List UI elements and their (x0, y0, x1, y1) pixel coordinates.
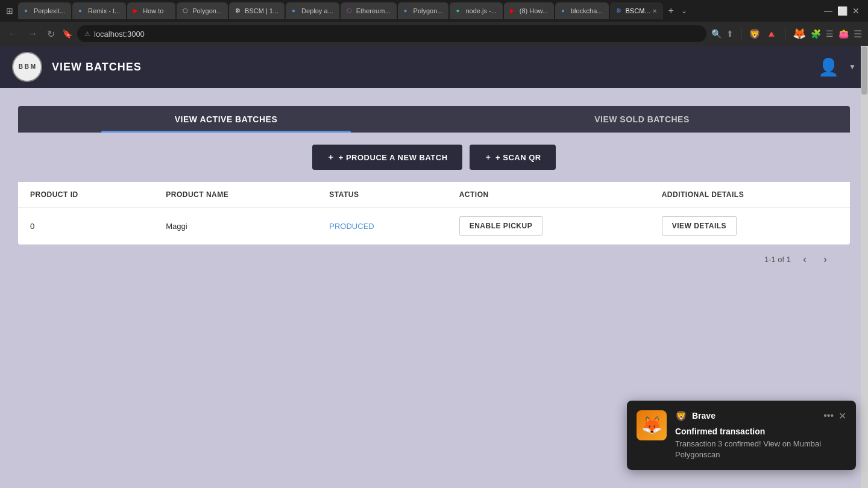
tab-label-nodejs: node.js -... (465, 7, 496, 14)
tab-deploy[interactable]: ● Deploy a... (286, 2, 339, 19)
notification-fox-icon: 🦊 (637, 410, 667, 440)
enable-pickup-button[interactable]: ENABLE PICKUP (459, 216, 543, 236)
cell-status: PRODUCED (317, 208, 447, 245)
tab-ethereum[interactable]: ⬡ Ethereum... (341, 2, 397, 19)
tab-label-remix: Remix - t... (88, 7, 120, 14)
pagination-info: 1-1 of 1 (764, 255, 791, 264)
tab-close-bscm2[interactable]: ✕ (652, 8, 657, 14)
notification-close-button[interactable]: ✕ (838, 410, 846, 422)
col-status: STATUS (317, 182, 447, 208)
tab-label-howto: How to (143, 7, 163, 14)
sidebar-button[interactable]: ☰ (826, 29, 834, 39)
tab-favicon-bscm1: ⚙ (235, 7, 242, 14)
notification-header: 🦁 Brave ••• ✕ (675, 410, 846, 422)
user-dropdown-arrow[interactable]: ▼ (849, 63, 856, 71)
tab-view-active-batches[interactable]: VIEW ACTIVE BATCHES (18, 106, 434, 133)
cell-details: VIEW DETAILS (650, 208, 850, 245)
tab-label-bscm2: BSCM... (626, 7, 650, 14)
forward-button[interactable]: → (25, 26, 40, 42)
app-header: B B M VIEW BATCHES 👤 ▼ (0, 46, 868, 88)
tab-nodejs[interactable]: ● node.js -... (450, 2, 502, 19)
scrollbar-thumb[interactable] (861, 46, 867, 95)
produce-icon: ＋ (327, 152, 335, 163)
new-tab-button[interactable]: + (664, 5, 677, 16)
bat-icon[interactable]: 🔺 (766, 28, 778, 40)
view-details-button[interactable]: VIEW DETAILS (662, 216, 737, 236)
minimize-button[interactable]: — (824, 6, 832, 16)
metamask-icon[interactable]: 🦊 (793, 27, 806, 40)
address-display: localhost:3000 (94, 30, 699, 39)
next-page-button[interactable]: › (819, 251, 832, 268)
produce-new-batch-button[interactable]: ＋ + PRODUCE A NEW BATCH (312, 145, 462, 170)
user-avatar[interactable]: 👤 (818, 57, 839, 77)
batch-tabs: VIEW ACTIVE BATCHES VIEW SOLD BATCHES (18, 106, 850, 133)
brave-shield-icon[interactable]: 🦁 (749, 28, 761, 40)
tab-label-ethereum: Ethereum... (356, 7, 391, 14)
tab-favicon-blockchain: ● (561, 7, 568, 14)
wallet-button[interactable]: 👛 (838, 29, 849, 39)
security-icon: ⚠ (84, 30, 90, 38)
main-content: VIEW ACTIVE BATCHES VIEW SOLD BATCHES ＋ … (0, 88, 868, 274)
tab-overflow-button[interactable]: ⌄ (679, 7, 690, 15)
tab-label-8how: (8) How... (520, 7, 548, 14)
toolbar-divider (741, 28, 741, 40)
reload-button[interactable]: ↻ (45, 26, 57, 42)
tab-bscm2-active[interactable]: ⚙ BSCM... ✕ (610, 2, 664, 19)
tab-label-deploy: Deploy a... (301, 7, 333, 14)
app-area: B B M VIEW BATCHES 👤 ▼ VIEW ACTIVE BATCH… (0, 46, 868, 488)
tab-bar: ⊞ ● Perplexit... ● Remix - t... ▶ How to… (0, 0, 868, 22)
scan-icon: ＋ (484, 152, 492, 163)
notification-menu-button[interactable]: ••• (823, 410, 834, 421)
tab-favicon-nodejs: ● (456, 7, 463, 14)
tab-favicon-polygon1: ⬡ (183, 7, 190, 14)
notification-message: Transaction 3 confirmed! View on Mumbai … (675, 439, 846, 460)
tab-remix[interactable]: ● Remix - t... (72, 2, 126, 19)
table-row: 0 Maggi PRODUCED ENABLE PICKUP VIEW DETA… (18, 208, 850, 245)
address-bar: ← → ↻ 🔖 ⚠ localhost:3000 🔍 ⬆ 🦁 🔺 🦊 🧩 ☰ 👛… (0, 22, 868, 46)
tab-label-polygon2: Polygon... (414, 7, 443, 14)
tab-perplexity[interactable]: ● Perplexit... (18, 2, 71, 19)
tab-bscm1[interactable]: ⚙ BSCM | 1... (229, 2, 285, 19)
brave-notification-icon: 🦁 (675, 410, 687, 422)
logo: B B M (12, 52, 42, 82)
col-action: ACTION (447, 182, 650, 208)
bookmark-button[interactable]: 🔖 (62, 29, 72, 39)
tab-blockchain[interactable]: ● blockcha... (555, 2, 609, 19)
address-input-container[interactable]: ⚠ localhost:3000 (77, 25, 706, 42)
notification-toast: 🦊 🦁 Brave ••• ✕ Confirmed transaction Tr… (627, 401, 856, 470)
tab-8how[interactable]: ▶ (8) How... (504, 2, 554, 19)
share-button[interactable]: ⬆ (726, 29, 734, 39)
tab-favicon-howto: ▶ (133, 7, 140, 14)
tab-label-bscm1: BSCM | 1... (245, 7, 278, 14)
browser-menu-button[interactable]: ☰ (854, 28, 862, 40)
scan-qr-button[interactable]: ＋ + SCAN QR (470, 145, 556, 170)
actions-row: ＋ + PRODUCE A NEW BATCH ＋ + SCAN QR (18, 133, 850, 182)
notification-brand: Brave (692, 411, 715, 421)
tab-favicon-remix: ● (78, 7, 86, 14)
extensions-button[interactable]: 🧩 (811, 29, 821, 39)
tab-polygon1[interactable]: ⬡ Polygon... (177, 2, 228, 19)
window-controls: — ⬜ ✕ (824, 6, 866, 16)
cell-action: ENABLE PICKUP (447, 208, 650, 245)
tab-favicon-polygon2: ● (404, 7, 411, 14)
tab-view-sold-batches[interactable]: VIEW SOLD BATCHES (434, 106, 850, 133)
toolbar-divider-2 (785, 28, 785, 40)
tab-polygon2[interactable]: ● Polygon... (398, 2, 449, 19)
notification-body: 🦁 Brave ••• ✕ Confirmed transaction Tran… (675, 410, 846, 460)
table-container: ＋ + PRODUCE A NEW BATCH ＋ + SCAN QR PROD… (18, 133, 850, 245)
back-button[interactable]: ← (6, 26, 20, 42)
scrollbar-track[interactable] (861, 46, 868, 488)
tab-favicon-deploy: ● (292, 7, 299, 14)
tab-favicon-ethereum: ⬡ (347, 7, 354, 14)
pagination: 1-1 of 1 ‹ › (18, 245, 850, 274)
status-badge: PRODUCED (329, 222, 374, 231)
close-window-button[interactable]: ✕ (852, 6, 860, 16)
batches-table: PRODUCT ID PRODUCT NAME STATUS ACTION AD… (18, 182, 850, 245)
restore-button[interactable]: ⬜ (837, 6, 848, 16)
grid-icon[interactable]: ⊞ (2, 6, 17, 16)
tab-favicon-bscm2: ⚙ (616, 7, 623, 14)
tab-howto[interactable]: ▶ How to (127, 2, 175, 19)
search-button[interactable]: 🔍 (711, 29, 722, 39)
tab-favicon-8how: ▶ (510, 7, 517, 14)
prev-page-button[interactable]: ‹ (798, 251, 811, 268)
